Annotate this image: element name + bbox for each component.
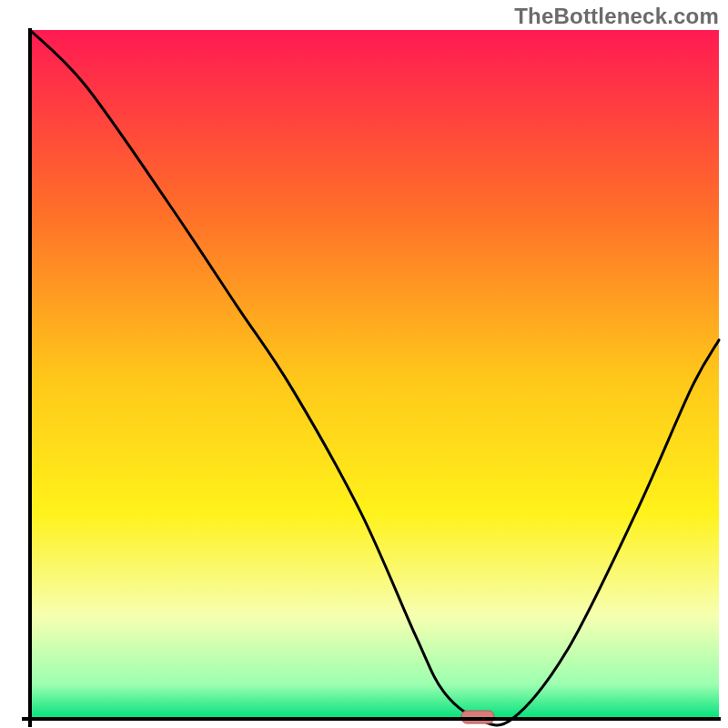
chart-svg [0, 0, 728, 728]
watermark-text: TheBottleneck.com [514, 4, 719, 29]
bottleneck-chart: TheBottleneck.com [0, 0, 728, 728]
plot-background [30, 30, 719, 719]
